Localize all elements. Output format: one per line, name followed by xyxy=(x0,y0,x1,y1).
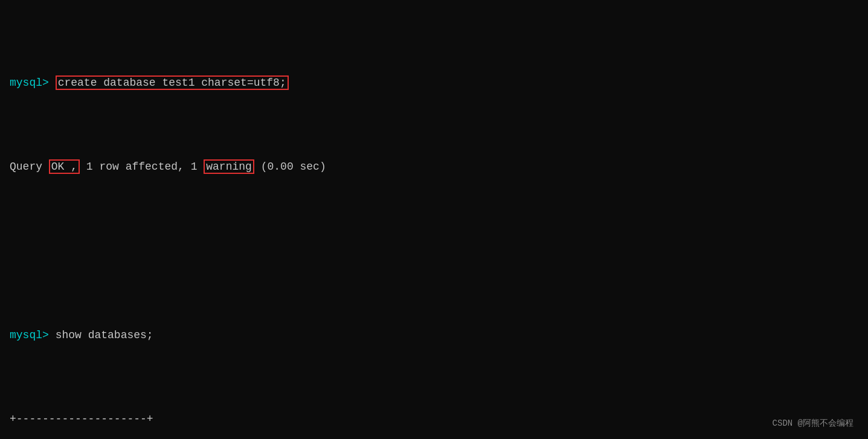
line-1: mysql> create database test1 charset=utf… xyxy=(10,75,858,92)
warning-highlight: warning xyxy=(204,159,254,174)
watermark: CSDN @阿熊不会编程 xyxy=(773,417,854,431)
ok-highlight: OK , xyxy=(49,159,80,174)
line-2: Query OK , 1 row affected, 1 warning (0.… xyxy=(10,159,858,176)
command-1: create database test1 charset=utf8; xyxy=(56,75,289,90)
line-blank-1 xyxy=(10,243,858,260)
prompt-label-1: mysql> xyxy=(10,77,56,89)
table-border-top: +--------------------+ xyxy=(10,411,858,428)
command-2: show databases; xyxy=(56,329,153,341)
line-4: mysql> show databases; xyxy=(10,327,858,344)
terminal-window: mysql> create database test1 charset=utf… xyxy=(10,7,858,439)
prompt-label-2: mysql> xyxy=(10,329,56,341)
